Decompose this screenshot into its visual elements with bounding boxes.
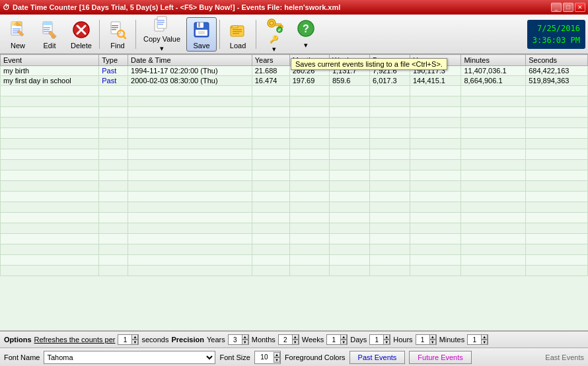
hours-spin-down[interactable]: ▼ bbox=[429, 340, 436, 345]
svg-rect-8 bbox=[43, 22, 52, 25]
copy-value-label: Copy Value bbox=[143, 35, 180, 43]
font-size-spinner[interactable]: ▲ ▼ bbox=[254, 351, 281, 364]
new-icon bbox=[7, 19, 28, 40]
font-size-input[interactable] bbox=[255, 353, 274, 361]
future-events-button[interactable]: Future Events bbox=[409, 351, 471, 364]
svg-text:?: ? bbox=[303, 23, 309, 34]
col-minutes: Minutes bbox=[461, 55, 526, 66]
new-label: New bbox=[11, 42, 25, 50]
options-label: Options bbox=[4, 336, 32, 344]
years-label-opt: Years bbox=[207, 336, 225, 344]
empty-row bbox=[1, 255, 588, 266]
refresh-link[interactable]: Refreshes the counts per bbox=[34, 336, 116, 344]
empty-row bbox=[1, 118, 588, 128]
svg-rect-9 bbox=[44, 27, 50, 28]
years-input[interactable] bbox=[229, 335, 242, 344]
minimize-button[interactable]: _ bbox=[551, 3, 562, 12]
table-wrapper: Event Type Date & Time Years Months Week… bbox=[0, 54, 588, 330]
edit-label: Edit bbox=[44, 42, 56, 50]
hours-input[interactable] bbox=[416, 335, 429, 344]
svg-rect-30 bbox=[198, 22, 200, 27]
font-bar: Font Name Tahoma Font Size ▲ ▼ Foregroun… bbox=[0, 348, 588, 366]
hours-spinner[interactable]: ▲ ▼ bbox=[416, 334, 437, 345]
svg-rect-26 bbox=[158, 22, 165, 23]
refresh-input[interactable] bbox=[118, 335, 131, 344]
empty-row bbox=[1, 192, 588, 202]
refresh-spinner[interactable]: ▲ ▼ bbox=[118, 334, 139, 345]
title-bar-text: Date Time Counter [16 Days Trial, 5 Day(… bbox=[13, 3, 340, 11]
empty-row bbox=[1, 234, 588, 244]
empty-row bbox=[1, 213, 588, 223]
refresh-spin-up[interactable]: ▲ bbox=[131, 334, 138, 340]
weeks-input[interactable] bbox=[327, 335, 340, 344]
days-spin-down[interactable]: ▼ bbox=[383, 340, 390, 345]
days-spin-up[interactable]: ▲ bbox=[383, 334, 390, 340]
help-button[interactable]: ? ▾ bbox=[291, 17, 321, 52]
svg-rect-3 bbox=[13, 28, 20, 30]
refresh-spin-down[interactable]: ▼ bbox=[131, 340, 138, 345]
svg-rect-34 bbox=[233, 29, 242, 30]
delete-button[interactable]: Delete bbox=[66, 17, 96, 52]
font-select[interactable]: Tahoma bbox=[44, 351, 215, 364]
font-size-spin-up[interactable]: ▲ bbox=[274, 352, 280, 357]
svg-rect-20 bbox=[112, 29, 116, 30]
close-button[interactable]: ✕ bbox=[575, 3, 585, 12]
save-button[interactable]: Save bbox=[186, 17, 217, 52]
find-icon bbox=[107, 19, 128, 40]
years-spin-down[interactable]: ▼ bbox=[242, 340, 248, 345]
empty-row bbox=[1, 107, 588, 118]
font-name-label: Font Name bbox=[4, 353, 40, 361]
days-label-opt: Days bbox=[350, 336, 367, 344]
weeks-spin-down[interactable]: ▼ bbox=[340, 340, 347, 345]
svg-rect-25 bbox=[158, 20, 165, 21]
svg-text:✓: ✓ bbox=[277, 28, 281, 32]
minutes-spinner[interactable]: ▲ ▼ bbox=[467, 334, 488, 345]
table-row[interactable]: my first day in schoolPast2000-02-03 08:… bbox=[1, 76, 588, 86]
minutes-spin-down[interactable]: ▼ bbox=[481, 340, 488, 345]
svg-rect-19 bbox=[112, 27, 118, 28]
col-event: Event bbox=[1, 55, 99, 66]
font-size-spin-down[interactable]: ▼ bbox=[274, 357, 280, 363]
foreground-label: Foreground Colors bbox=[285, 353, 346, 361]
empty-row bbox=[1, 266, 588, 276]
weeks-spin-up[interactable]: ▲ bbox=[340, 334, 347, 340]
years-spin-up[interactable]: ▲ bbox=[242, 334, 248, 340]
empty-row bbox=[1, 244, 588, 255]
refresh-spin-arrows[interactable]: ▲ ▼ bbox=[131, 334, 138, 345]
east-events-label: East Events bbox=[545, 353, 584, 361]
empty-row bbox=[1, 181, 588, 192]
load-button[interactable]: Load bbox=[223, 17, 253, 52]
months-spinner[interactable]: ▲ ▼ bbox=[278, 334, 299, 345]
minutes-spin-up[interactable]: ▲ bbox=[481, 334, 488, 340]
hours-spin-up[interactable]: ▲ bbox=[429, 334, 436, 340]
minutes-input[interactable] bbox=[468, 335, 481, 344]
months-input[interactable] bbox=[279, 335, 292, 344]
maximize-button[interactable]: □ bbox=[563, 3, 573, 12]
svg-rect-18 bbox=[112, 25, 118, 26]
copy-icon bbox=[151, 15, 172, 34]
months-spin-down[interactable]: ▼ bbox=[292, 340, 299, 345]
days-input[interactable] bbox=[370, 335, 383, 344]
new-button[interactable]: New bbox=[3, 17, 33, 52]
svg-rect-27 bbox=[158, 24, 163, 25]
svg-point-37 bbox=[268, 19, 276, 27]
find-button[interactable]: Find bbox=[102, 17, 133, 52]
load-label: Load bbox=[230, 42, 246, 50]
past-events-button[interactable]: Past Events bbox=[349, 351, 406, 364]
weeks-spinner[interactable]: ▲ ▼ bbox=[326, 334, 348, 345]
months-label-opt: Months bbox=[252, 336, 276, 344]
hours-label-opt: Hours bbox=[393, 336, 412, 344]
load-icon bbox=[227, 19, 248, 40]
years-spinner[interactable]: ▲ ▼ bbox=[228, 334, 249, 345]
days-spinner[interactable]: ▲ ▼ bbox=[369, 334, 390, 345]
copy-value-button[interactable]: Copy Value▾ bbox=[139, 17, 185, 52]
delete-label: Delete bbox=[71, 42, 92, 50]
months-spin-up[interactable]: ▲ bbox=[292, 334, 299, 340]
toolbar-sep-3 bbox=[219, 20, 220, 49]
empty-row bbox=[1, 223, 588, 234]
clock-date: 7/25/2016 bbox=[533, 22, 580, 34]
key-button[interactable]: ✓ 🔑▾ bbox=[259, 17, 289, 52]
svg-rect-32 bbox=[198, 31, 205, 34]
app-icon: ⏱ bbox=[3, 3, 10, 11]
edit-button[interactable]: Edit bbox=[34, 17, 65, 52]
